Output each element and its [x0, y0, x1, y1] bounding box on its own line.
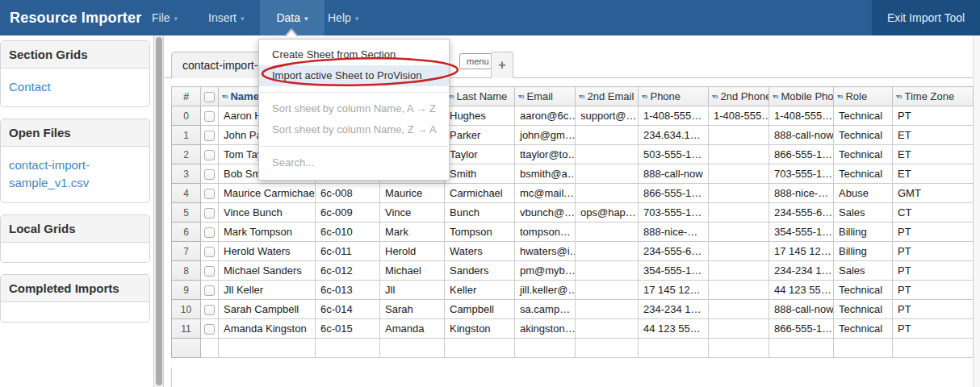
cell[interactable]	[576, 300, 639, 319]
cell[interactable]	[709, 319, 769, 339]
menu-help[interactable]: Help▾	[328, 0, 358, 35]
row-number[interactable]: 10	[172, 300, 201, 319]
cell[interactable]: PT	[893, 106, 974, 126]
cell[interactable]	[709, 164, 769, 184]
menu-file[interactable]: File▾	[152, 0, 178, 35]
row-number[interactable]: 8	[172, 261, 201, 281]
cell[interactable]: hwaters@i…	[515, 242, 576, 261]
cell[interactable]: 234-234 1…	[769, 261, 834, 281]
cell[interactable]	[709, 184, 769, 203]
cell[interactable]	[709, 145, 769, 164]
cell[interactable]: aaron@6c…	[515, 106, 576, 126]
cell[interactable]: 6c-010	[316, 223, 380, 242]
cell[interactable]	[576, 261, 639, 281]
col-header[interactable]: ▾aEmail	[515, 87, 576, 106]
cell[interactable]: 234.634.1…	[639, 126, 709, 145]
cell[interactable]	[576, 339, 639, 358]
cell[interactable]: 6c-015	[316, 319, 380, 339]
row-number[interactable]: 4	[172, 184, 201, 203]
cell[interactable]: Taylor	[445, 145, 515, 164]
cell[interactable]: 6c-011	[316, 242, 380, 261]
cell[interactable]	[893, 339, 974, 358]
cell[interactable]	[445, 339, 515, 358]
cell[interactable]	[639, 339, 709, 358]
cell[interactable]: Hughes	[445, 106, 515, 126]
cell[interactable]: Technical	[834, 319, 893, 339]
cell[interactable]: 6c-014	[316, 300, 380, 319]
cell[interactable]: Smith	[445, 164, 515, 184]
cell[interactable]: 234-555-6…	[769, 203, 834, 223]
cell[interactable]: Herold	[380, 242, 445, 261]
row-checkbox[interactable]	[204, 266, 215, 277]
cell[interactable]	[219, 339, 316, 358]
cell[interactable]: Technical	[834, 300, 893, 319]
row-number[interactable]: 2	[172, 145, 201, 164]
cell[interactable]: sa.camp…	[515, 300, 576, 319]
cell[interactable]: Technical	[834, 145, 893, 164]
cell[interactable]: 503-555-1…	[639, 145, 709, 164]
cell[interactable]: PT	[893, 261, 974, 281]
cell[interactable]	[709, 300, 769, 319]
cell[interactable]: 1-408-555…	[709, 106, 769, 126]
cell[interactable]	[576, 281, 639, 300]
cell[interactable]: 44 123 55…	[639, 319, 709, 339]
cell[interactable]: 866-555-1…	[639, 184, 709, 203]
cell[interactable]: ET	[893, 126, 974, 145]
cell[interactable]	[201, 339, 219, 358]
menu-insert[interactable]: Insert▾	[208, 0, 245, 35]
cell[interactable]: Waters	[445, 242, 515, 261]
cell[interactable]: PT	[893, 300, 974, 319]
cell[interactable]: Jll Keller	[219, 281, 316, 300]
row-checkbox[interactable]	[204, 111, 215, 122]
row-number[interactable]: 1	[172, 126, 201, 145]
row-number[interactable]: 0	[172, 106, 201, 126]
cell[interactable]: Sarah	[380, 300, 445, 319]
cell[interactable]	[380, 339, 445, 358]
cell[interactable]: Technical	[834, 126, 893, 145]
cell[interactable]: jill.keller@…	[515, 281, 576, 300]
cell[interactable]: 354-555-1…	[769, 223, 834, 242]
cell[interactable]: Kingston	[445, 319, 515, 339]
cell[interactable]: Maurice	[380, 184, 445, 203]
cell[interactable]	[834, 339, 893, 358]
row-checkbox[interactable]	[204, 169, 215, 180]
cell[interactable]	[709, 203, 769, 223]
cell[interactable]: 17 145 12…	[769, 242, 834, 261]
cell[interactable]: Carmichael	[445, 184, 515, 203]
col-header[interactable]: ▾aPhone	[639, 87, 709, 106]
cell[interactable]	[709, 242, 769, 261]
cell[interactable]	[709, 223, 769, 242]
sidebar-item-open-file[interactable]: contact-import-sample_v1.csv	[9, 156, 141, 193]
row-checkbox[interactable]	[204, 305, 215, 315]
cell[interactable]	[515, 339, 576, 358]
cell[interactable]: 1-408-555…	[769, 106, 834, 126]
cell[interactable]: bsmith@a…	[515, 164, 576, 184]
cell[interactable]: Tompson	[445, 223, 515, 242]
cell[interactable]: Technical	[834, 164, 893, 184]
cell[interactable]: Vince Bunch	[219, 203, 316, 223]
cell[interactable]: 6c-013	[316, 281, 380, 300]
cell[interactable]	[709, 126, 769, 145]
cell[interactable]: Campbell	[445, 300, 515, 319]
cell[interactable]: ops@hap…	[576, 203, 639, 223]
add-sheet-button[interactable]: +	[491, 52, 513, 78]
cell[interactable]: Michael Sanders	[219, 261, 316, 281]
cell[interactable]: Bunch	[445, 203, 515, 223]
cell[interactable]	[576, 242, 639, 261]
col-header[interactable]: ▾aLast Name	[445, 87, 515, 106]
cell[interactable]: ET	[893, 164, 974, 184]
cell[interactable]	[576, 126, 639, 145]
cell[interactable]: GMT	[893, 184, 974, 203]
cell[interactable]	[709, 281, 769, 300]
cell[interactable]: pm@myb…	[515, 261, 576, 281]
cell[interactable]: Parker	[445, 126, 515, 145]
row-checkbox[interactable]	[204, 208, 215, 218]
row-number[interactable]: 3	[172, 164, 201, 184]
sidebar-scrollbar-thumb[interactable]	[156, 37, 162, 385]
sidebar-item-contact[interactable]: Contact	[9, 78, 141, 97]
cell[interactable]: PT	[893, 242, 974, 261]
cell[interactable]: 1-408-555…	[639, 106, 709, 126]
row-checkbox[interactable]	[204, 150, 215, 160]
row-checkbox[interactable]	[204, 131, 215, 141]
row-number[interactable]: 11	[172, 319, 201, 339]
